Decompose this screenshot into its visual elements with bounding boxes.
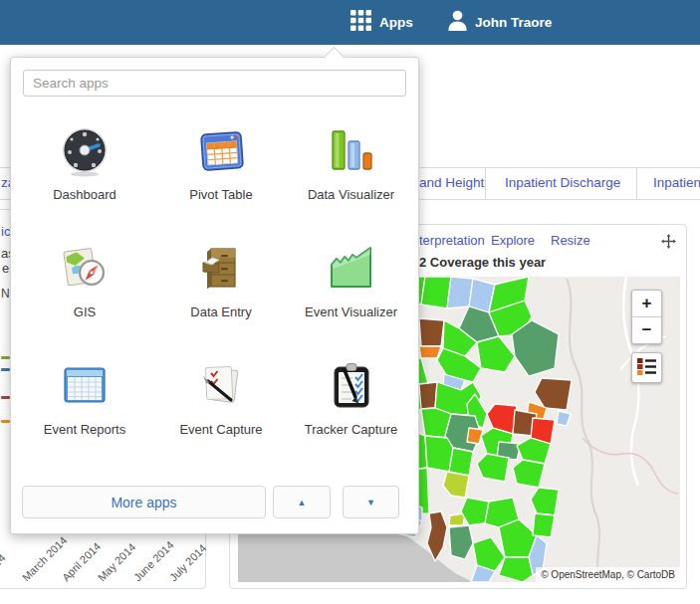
tab-inpatient[interactable]: Inpatient (653, 175, 700, 190)
apps-menu-button[interactable]: Apps (350, 0, 413, 45)
map-attribution: © OpenStreetMap, © CartoDB (536, 567, 680, 582)
chart-series-line (1, 420, 10, 423)
app-label: Data Entry (190, 304, 251, 319)
apps-grid-icon (350, 10, 371, 35)
map-zoom-controls: + − (631, 290, 662, 344)
app-label: Dashboard (53, 187, 117, 202)
apps-dropdown: Dashboard (10, 57, 419, 534)
event-visualizer-icon (326, 243, 377, 295)
dashboard-icon (59, 125, 111, 177)
resize-link[interactable]: Resize (551, 233, 590, 248)
x-axis-label: y 2014 (0, 551, 8, 584)
screen: za and Height Inpatient Discharge Inpati… (0, 0, 700, 604)
chart-series-line (1, 356, 10, 359)
app-label: GIS (74, 304, 96, 319)
data-entry-icon (195, 243, 247, 295)
explore-link[interactable]: Explore (491, 233, 535, 248)
interpretation-link[interactable]: terpretation (419, 233, 485, 248)
chart-series-line (1, 368, 10, 371)
chart-card-link-fragment[interactable]: ic (1, 224, 10, 239)
app-label: Tracker Capture (305, 422, 397, 437)
app-item-gis[interactable]: GIS (11, 235, 158, 352)
legend-button[interactable] (631, 352, 662, 383)
event-capture-icon (195, 360, 247, 412)
chart-card-text-fragment: e (2, 261, 9, 276)
app-item-tracker-capture[interactable]: Tracker Capture (284, 352, 418, 470)
user-icon (448, 10, 467, 35)
zoom-out-button[interactable]: − (632, 317, 661, 343)
header-bar: Apps John Traore (0, 0, 700, 45)
app-item-data-entry[interactable]: Data Entry (158, 235, 284, 352)
dropdown-caret (324, 47, 345, 68)
scroll-down-button[interactable]: ▼ (343, 486, 399, 518)
app-label: Event Visualizer (305, 304, 397, 319)
tab-and-height[interactable]: and Height (419, 175, 484, 190)
scroll-up-button[interactable]: ▲ (273, 486, 331, 518)
pivot-table-icon (195, 125, 247, 177)
tab-inpatient-discharge[interactable]: Inpatient Discharge (505, 175, 620, 190)
app-item-data-visualizer[interactable]: Data Visualizer (284, 117, 418, 235)
zoom-in-button[interactable]: + (632, 291, 661, 317)
user-menu-button[interactable]: John Traore (448, 0, 552, 45)
event-reports-icon (59, 360, 111, 412)
chart-series-line (1, 396, 10, 399)
app-item-event-reports[interactable]: Event Reports (11, 352, 158, 470)
tab-separator (636, 168, 637, 199)
app-label: Event Capture (179, 422, 262, 437)
tracker-capture-icon (326, 360, 377, 412)
data-visualizer-icon (326, 125, 377, 177)
app-item-dashboard[interactable]: Dashboard (11, 117, 158, 235)
app-item-event-visualizer[interactable]: Event Visualizer (284, 235, 418, 352)
user-name: John Traore (475, 15, 552, 30)
app-label: Data Visualizer (308, 187, 394, 202)
map-title: 2 Coverage this year (419, 255, 546, 270)
legend-icon (637, 357, 656, 379)
apps-menu-label: Apps (379, 15, 413, 30)
more-apps-button[interactable]: More apps (22, 486, 266, 518)
app-item-event-capture[interactable]: Event Capture (158, 352, 284, 470)
move-icon[interactable] (661, 234, 676, 253)
app-label: Pivot Table (189, 187, 252, 202)
apps-grid: Dashboard (11, 117, 418, 470)
tab-separator (485, 168, 486, 199)
app-item-pivot-table[interactable]: Pivot Table (158, 117, 284, 235)
gis-icon (59, 243, 111, 295)
search-input[interactable] (23, 70, 406, 97)
app-label: Event Reports (44, 422, 125, 437)
chart-card-text-fragment: N (1, 287, 10, 301)
